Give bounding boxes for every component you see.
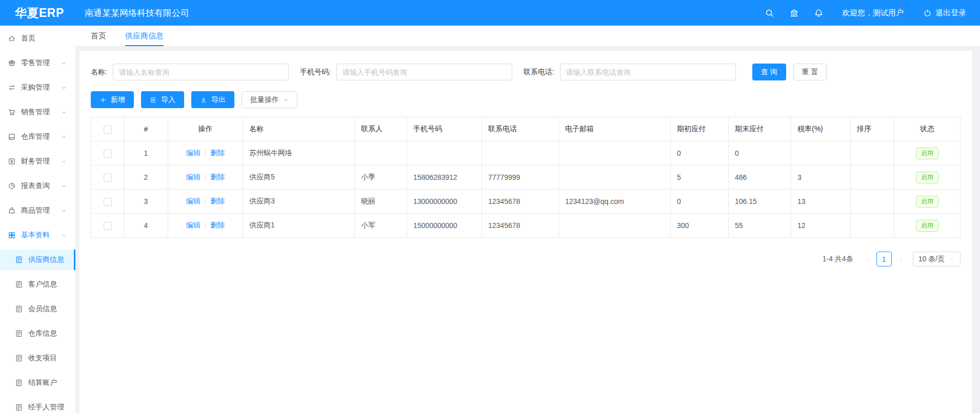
cell-index: 3 <box>124 190 168 214</box>
sidebar-item-label: 收支项目 <box>28 354 57 363</box>
import-button[interactable]: 导入 <box>141 91 184 108</box>
batch-actions-button[interactable]: 批量操作 <box>242 91 297 108</box>
cell-contact: 小季 <box>355 166 407 190</box>
page-number-1[interactable]: 1 <box>876 252 892 266</box>
cell-operations: 编辑|删除 <box>168 141 243 166</box>
cell-index: 1 <box>124 141 168 166</box>
chevron-down-icon <box>949 256 955 262</box>
sidebar-item-warehouse-info[interactable]: 仓库信息 <box>0 323 75 344</box>
row-checkbox-cell <box>91 166 124 190</box>
edit-link[interactable]: 编辑 <box>186 173 201 181</box>
file-icon <box>15 256 23 264</box>
cell-operations: 编辑|删除 <box>168 166 243 190</box>
logout-label: 退出登录 <box>935 8 966 18</box>
sidebar-item-purchase[interactable]: 采购管理 <box>0 77 75 98</box>
column-header: 税率(%) <box>791 117 851 141</box>
sidebar-item-finance[interactable]: 财务管理 <box>0 151 75 172</box>
page-size-select[interactable]: 10 条/页 <box>913 252 961 266</box>
edit-link[interactable]: 编辑 <box>186 149 201 157</box>
edit-link[interactable]: 编辑 <box>186 197 201 205</box>
company-name: 南通某某网络科技有限公司 <box>85 7 189 19</box>
pie-icon <box>8 182 16 190</box>
bank-icon[interactable] <box>789 8 799 18</box>
telephone-filter-input[interactable] <box>560 64 736 80</box>
supplier-table-wrap: #操作名称联系人手机号码联系电话电子邮箱期初应付期末应付税率(%)排序状态 1编… <box>91 117 961 238</box>
sidebar-item-member-info[interactable]: 会员信息 <box>0 299 75 319</box>
telephone-filter-label: 联系电话: <box>524 68 554 77</box>
bell-icon[interactable] <box>814 8 824 18</box>
column-header: 期末应付 <box>729 117 791 141</box>
select-all-checkbox[interactable] <box>104 126 112 134</box>
sidebar-item-label: 结算账户 <box>28 378 57 387</box>
column-header: 期初应付 <box>671 117 729 141</box>
cell-closing-payable: 0 <box>729 141 791 166</box>
table-row: 2编辑|删除供应商5小季158062839127777999954863启用 <box>91 166 961 190</box>
table-row: 3编辑|删除供应商3晓丽13000000000123456781234123@q… <box>91 190 961 214</box>
cell-status: 启用 <box>894 214 961 238</box>
sidebar-item-customer-info[interactable]: 客户信息 <box>0 274 75 295</box>
column-header: 联系电话 <box>482 117 559 141</box>
row-checkbox[interactable] <box>104 150 112 158</box>
table-row: 4编辑|删除供应商1小军15000000000123456783005512启用 <box>91 214 961 238</box>
row-checkbox[interactable] <box>104 222 112 230</box>
sidebar-item-label: 供应商信息 <box>28 255 64 264</box>
supplier-table: #操作名称联系人手机号码联系电话电子邮箱期初应付期末应付税率(%)排序状态 1编… <box>91 117 961 238</box>
edit-link[interactable]: 编辑 <box>186 221 201 229</box>
delete-link[interactable]: 删除 <box>210 173 225 181</box>
sidebar-item-retail[interactable]: 零售管理 <box>0 53 75 73</box>
sidebar-item-reports[interactable]: 报表查询 <box>0 176 75 196</box>
cell-contact: 晓丽 <box>355 190 407 214</box>
file-icon <box>15 354 23 362</box>
status-badge: 启用 <box>916 148 938 159</box>
search-icon[interactable] <box>765 8 774 18</box>
row-checkbox[interactable] <box>104 174 112 182</box>
sidebar-item-warehouse[interactable]: 仓库管理 <box>0 127 75 147</box>
phone-filter-input[interactable] <box>336 64 512 80</box>
phone-filter-label: 手机号码: <box>300 68 331 77</box>
cell-sort <box>851 141 894 166</box>
sidebar-item-settlement-account[interactable]: 结算账户 <box>0 373 75 393</box>
delete-link[interactable]: 删除 <box>210 149 225 157</box>
sidebar-item-handler-mgmt[interactable]: 经手人管理 <box>0 397 75 413</box>
cell-email <box>559 214 671 238</box>
sidebar-item-supplier-info[interactable]: 供应商信息 <box>0 250 75 270</box>
search-button[interactable]: 查 询 <box>752 64 786 80</box>
cell-closing-payable: 486 <box>729 166 791 190</box>
name-filter-input[interactable] <box>113 64 289 80</box>
delete-link[interactable]: 删除 <box>210 197 225 205</box>
sidebar-item-label: 采购管理 <box>21 83 50 92</box>
next-page-button[interactable] <box>894 252 908 266</box>
prev-page-button[interactable] <box>861 252 874 266</box>
cell-sort <box>851 190 894 214</box>
sidebar-item-basic-data[interactable]: 基本资料 <box>0 225 75 245</box>
cell-phone <box>407 141 482 166</box>
chevron-down-icon <box>283 97 289 103</box>
welcome-text: 欢迎您，测试用户 <box>842 8 904 18</box>
tab-home[interactable]: 首页 <box>91 26 106 46</box>
tab-supplier-info[interactable]: 供应商信息 <box>125 26 164 46</box>
cell-name: 供应商1 <box>243 214 355 238</box>
sidebar-item-label: 客户信息 <box>28 280 57 289</box>
sidebar-item-home[interactable]: 首页 <box>0 28 75 49</box>
bag-icon <box>8 206 16 215</box>
sidebar-item-goods[interactable]: 商品管理 <box>0 200 75 221</box>
sidebar-item-sales[interactable]: 销售管理 <box>0 102 75 122</box>
delete-link[interactable]: 删除 <box>210 221 225 229</box>
chevron-down-icon <box>61 110 67 115</box>
download-icon <box>200 96 207 104</box>
column-header: 状态 <box>894 117 961 141</box>
column-header: 操作 <box>168 117 243 141</box>
file-icon <box>15 329 23 338</box>
name-filter-label: 名称: <box>91 68 107 77</box>
chevron-down-icon <box>61 60 67 66</box>
hdd-icon <box>8 133 16 141</box>
sidebar-item-income-expense[interactable]: 收支项目 <box>0 348 75 368</box>
export-button[interactable]: 导出 <box>191 91 234 108</box>
sidebar-item-label: 财务管理 <box>21 157 50 166</box>
cell-name: 供应商3 <box>243 190 355 214</box>
reset-button[interactable]: 重 置 <box>793 64 827 80</box>
logout-button[interactable]: 退出登录 <box>923 8 966 18</box>
filter-telephone: 联系电话: <box>524 64 736 80</box>
row-checkbox[interactable] <box>104 198 112 206</box>
add-button[interactable]: 新增 <box>91 91 134 108</box>
